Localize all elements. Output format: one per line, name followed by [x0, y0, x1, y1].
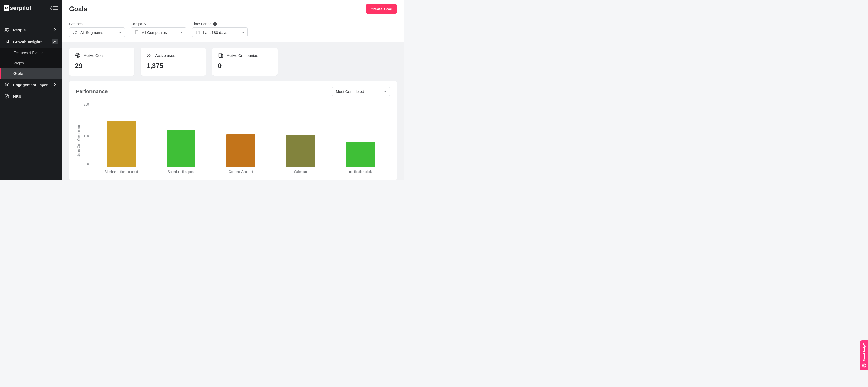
filter-company: Company All Companies: [131, 22, 186, 37]
caret-down-icon: [180, 32, 183, 33]
card-value: 29: [75, 62, 129, 70]
sidebar-item-label: NPS: [13, 94, 21, 99]
chart-bar[interactable]: [211, 101, 271, 167]
caret-down-icon: [119, 32, 122, 33]
sidebar-item-label: Goals: [13, 71, 23, 75]
x-axis-labels: Sidebar options clickedSchedule first po…: [91, 167, 390, 174]
performance-panel: Performance Most Completed Users Goal Co…: [69, 81, 397, 180]
segment-select[interactable]: All Segments: [69, 27, 125, 37]
sidebar-item-label: Features & Events: [13, 51, 43, 55]
caret-down-icon: [242, 32, 244, 33]
sidebar-item-label: Engagement Layer: [13, 82, 48, 87]
sidebar-item-nps[interactable]: NPS: [0, 91, 62, 102]
card-active-goals: Active Goals 29: [69, 48, 134, 75]
x-axis-label: notification click: [330, 170, 390, 174]
people-icon: [4, 27, 9, 32]
stat-cards: Active Goals 29 Active users 1,375: [69, 48, 397, 75]
sidebar-item-features-events[interactable]: Features & Events: [0, 47, 62, 58]
sidebar-item-pages[interactable]: Pages: [0, 58, 62, 68]
svg-point-26: [78, 55, 78, 56]
sort-select[interactable]: Most Completed: [332, 87, 390, 96]
target-icon: [75, 52, 81, 58]
calendar-icon: [195, 30, 200, 35]
select-value: Most Completed: [336, 89, 364, 94]
svg-rect-13: [135, 31, 138, 34]
chart-bar[interactable]: [151, 101, 211, 167]
create-goal-button[interactable]: Create Goal: [366, 4, 397, 14]
svg-rect-20: [196, 31, 200, 34]
growth-insights-submenu: Features & Events Pages Goals: [0, 47, 62, 79]
card-value: 0: [218, 62, 272, 70]
card-value: 1,375: [146, 62, 200, 70]
sidebar-item-label: People: [13, 28, 26, 32]
chart-plot-area: [91, 101, 390, 167]
gauge-icon: [4, 94, 9, 99]
collapse-sidebar-button[interactable]: [50, 6, 58, 10]
bar-chart-icon: [4, 39, 9, 44]
chevron-right-icon: [52, 82, 58, 87]
filter-bar: Segment All Segments Company: [62, 18, 404, 42]
svg-point-3: [5, 28, 7, 30]
filter-label: Segment: [69, 22, 125, 26]
chevron-left-icon: [50, 6, 53, 10]
filter-label: Company: [131, 22, 186, 26]
sidebar-header: u serpilot: [0, 0, 62, 16]
svg-point-11: [74, 31, 75, 32]
caret-down-icon: [384, 91, 386, 92]
card-label: Active Goals: [84, 53, 105, 58]
sidebar-item-people[interactable]: People: [0, 24, 62, 36]
sidebar-item-label: Growth Insights: [13, 40, 42, 44]
y-axis-ticks: 2001000: [81, 101, 91, 167]
svg-point-10: [6, 96, 7, 97]
building-icon: [218, 52, 224, 58]
panel-title: Performance: [76, 89, 107, 95]
sidebar: u serpilot People: [0, 0, 62, 180]
svg-rect-29: [219, 53, 221, 58]
info-icon[interactable]: i: [213, 22, 217, 26]
y-tick: 200: [81, 103, 89, 106]
company-select[interactable]: All Companies: [131, 27, 186, 37]
svg-point-12: [76, 31, 76, 32]
x-axis-label: Connect Account: [211, 170, 271, 174]
menu-icon: [53, 6, 58, 10]
filter-label: Time Period i: [192, 22, 248, 26]
logo-text: serpilot: [10, 5, 31, 11]
sidebar-item-growth-insights[interactable]: Growth Insights: [0, 36, 62, 47]
card-active-companies: Active Companies 0: [212, 48, 278, 75]
users-icon: [146, 52, 152, 58]
svg-point-4: [7, 28, 8, 29]
select-value: All Segments: [80, 30, 103, 35]
chevron-up-icon: [52, 39, 58, 44]
select-value: All Companies: [142, 30, 167, 35]
card-active-users: Active users 1,375: [141, 48, 206, 75]
sidebar-item-label: Pages: [13, 61, 24, 65]
filter-segment: Segment All Segments: [69, 22, 125, 37]
sidebar-item-engagement-layer[interactable]: Engagement Layer: [0, 79, 62, 91]
people-icon: [72, 30, 78, 35]
chart-bar[interactable]: [91, 101, 151, 167]
chevron-right-icon: [52, 27, 58, 33]
chart-bar[interactable]: [330, 101, 390, 167]
svg-point-28: [150, 54, 151, 55]
svg-point-27: [148, 54, 150, 56]
layers-icon: [4, 82, 9, 87]
sidebar-item-goals[interactable]: Goals: [0, 68, 62, 79]
page-header: Goals Create Goal: [62, 0, 404, 18]
performance-chart: Users Goal Completion 2001000 Sidebar op…: [76, 101, 390, 174]
page-title: Goals: [69, 5, 87, 13]
x-axis-label: Sidebar options clicked: [91, 170, 151, 174]
y-axis-label: Users Goal Completion: [76, 101, 81, 174]
content-area: Active Goals 29 Active users 1,375: [62, 42, 404, 180]
main-content: Goals Create Goal Segment All Segments C…: [62, 0, 404, 180]
chart-bar[interactable]: [271, 101, 331, 167]
y-tick: 100: [81, 134, 89, 138]
y-tick: 0: [81, 162, 89, 166]
time-period-select[interactable]: Last 180 days: [192, 27, 248, 37]
logo-mark: u: [4, 5, 9, 11]
building-icon: [134, 30, 139, 35]
x-axis-label: Schedule first post: [151, 170, 211, 174]
card-label: Active Companies: [227, 53, 258, 58]
logo: u serpilot: [4, 5, 31, 11]
svg-rect-30: [221, 54, 223, 58]
x-axis-label: Calendar: [271, 170, 331, 174]
